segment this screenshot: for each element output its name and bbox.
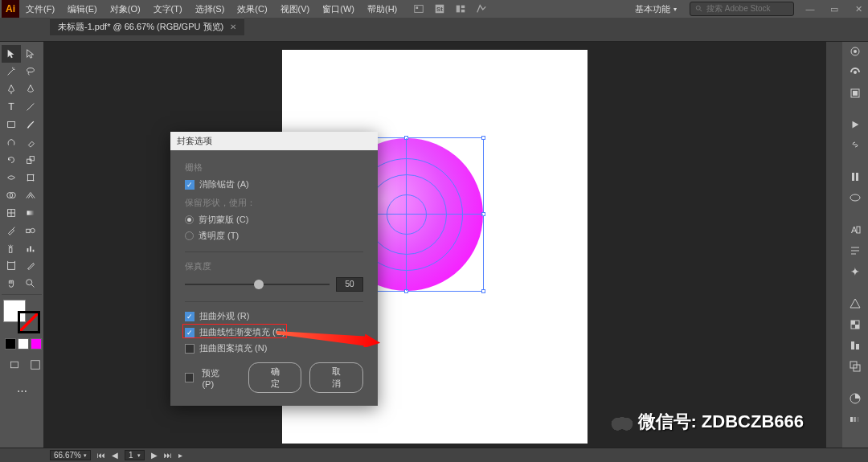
transparency-label: 透明度 (T) (199, 230, 239, 242)
stock-icon[interactable]: St (434, 3, 445, 14)
align-panel-icon[interactable] (848, 339, 862, 352)
column-graph-tool[interactable] (21, 239, 40, 257)
scale-tool[interactable] (21, 151, 40, 169)
arrange-icon[interactable] (455, 3, 466, 14)
shaper-tool[interactable] (2, 133, 21, 151)
search-icon (695, 5, 703, 13)
lasso-tool[interactable] (21, 63, 40, 80)
nav-next-last[interactable]: ⏭ (164, 451, 172, 460)
close-tab-icon[interactable]: ✕ (230, 22, 236, 31)
menu-help[interactable]: 帮助(H) (361, 0, 403, 18)
cancel-button[interactable]: 取消 (309, 362, 363, 393)
resize-handle[interactable] (481, 136, 485, 140)
menu-file[interactable]: 文件(F) (19, 0, 61, 18)
preview-checkbox[interactable] (185, 373, 194, 382)
rotate-tool[interactable] (2, 151, 21, 169)
brushes-panel-icon[interactable] (848, 170, 862, 183)
transparency-radio[interactable] (185, 231, 194, 240)
menu-effect[interactable]: 效果(C) (231, 0, 273, 18)
character-panel-icon[interactable]: A (848, 223, 862, 236)
fidelity-value[interactable]: 50 (336, 277, 363, 292)
stroke-swatch[interactable] (18, 311, 40, 333)
svg-rect-32 (8, 263, 15, 270)
distort-pattern-checkbox[interactable] (185, 344, 194, 354)
svg-rect-44 (853, 91, 858, 96)
eyedropper-tool[interactable] (2, 222, 21, 239)
gradient-mode-swatch[interactable] (31, 338, 42, 350)
artboard-nav[interactable]: 1▾ (125, 450, 145, 460)
magic-wand-tool[interactable] (2, 63, 21, 80)
slice-tool[interactable] (21, 257, 40, 275)
blend-tool[interactable] (21, 222, 40, 239)
nav-next[interactable]: ▶ (151, 451, 158, 460)
menu-window[interactable]: 窗口(W) (316, 0, 361, 18)
svg-rect-13 (27, 159, 31, 163)
hand-tool[interactable] (2, 275, 21, 292)
menu-type[interactable]: 文字(T) (147, 0, 189, 18)
distort-linear-gradient-checkbox[interactable]: ✓ (185, 328, 194, 337)
canvas[interactable]: 封套选项 栅格 ✓ 消除锯齿 (A) 保留形状，使用： 剪切蒙版 (C) 透明度… (43, 42, 826, 448)
minimize-button[interactable]: — (802, 2, 818, 15)
menu-object[interactable]: 对象(O) (104, 0, 147, 18)
zoom-level[interactable]: 66.67%▾ (50, 450, 91, 460)
libraries-panel-icon[interactable] (848, 66, 862, 79)
edit-toolbar-icon[interactable]: ⋯ (12, 382, 31, 399)
zoom-tool[interactable] (21, 275, 40, 292)
mesh-tool[interactable] (2, 204, 21, 222)
layers-panel-icon[interactable] (848, 87, 862, 100)
pathfinder-panel-icon[interactable] (848, 360, 862, 373)
selection-tool[interactable] (2, 45, 21, 63)
perspective-grid-tool[interactable] (21, 186, 40, 204)
symbols-panel-icon[interactable] (848, 191, 862, 204)
svg-point-18 (27, 180, 29, 182)
fidelity-slider[interactable] (185, 284, 330, 285)
rectangle-tool[interactable] (2, 116, 21, 133)
fill-stroke-control[interactable] (3, 300, 40, 333)
gradient-tool[interactable] (21, 204, 40, 222)
shape-builder-tool[interactable] (2, 186, 21, 204)
slider-thumb[interactable] (254, 280, 264, 289)
resize-handle[interactable] (481, 289, 485, 293)
artboard-tool[interactable] (2, 257, 21, 275)
transparency-panel-icon[interactable] (848, 318, 862, 331)
direct-selection-tool[interactable] (21, 45, 40, 63)
bridge-icon[interactable] (413, 3, 424, 14)
menu-view[interactable]: 视图(V) (274, 0, 317, 18)
close-button[interactable]: ✕ (850, 2, 866, 15)
gpu-icon[interactable] (476, 3, 487, 14)
play-icon[interactable] (848, 119, 862, 130)
menu-select[interactable]: 选择(S) (189, 0, 231, 18)
workspace-switcher[interactable]: 基本功能▾ (630, 2, 682, 17)
appearance-panel-icon[interactable] (848, 297, 862, 310)
color-mode-swatch[interactable] (18, 338, 29, 350)
color-mode-swatch[interactable] (5, 338, 16, 350)
color-guide-panel-icon[interactable] (848, 413, 862, 426)
right-dock-collapse[interactable] (826, 42, 842, 448)
screen-mode-full[interactable] (26, 356, 45, 374)
width-tool[interactable] (2, 169, 21, 186)
nav-prev[interactable]: ◀ (112, 451, 118, 460)
antialias-checkbox[interactable]: ✓ (185, 180, 194, 190)
menu-edit[interactable]: 编辑(E) (61, 0, 104, 18)
type-tool[interactable]: T (2, 98, 21, 116)
properties-panel-icon[interactable] (848, 45, 862, 58)
color-panel-icon[interactable] (848, 392, 862, 405)
maximize-button[interactable]: ▭ (826, 2, 842, 15)
swatches-panel-icon[interactable]: ✦ (848, 265, 862, 278)
document-tab[interactable]: 未标题-1.pdf* @ 66.67% (RGB/GPU 预览) ✕ (50, 18, 244, 35)
paintbrush-tool[interactable] (21, 116, 40, 133)
distort-appearance-checkbox[interactable]: ✓ (185, 312, 194, 321)
eraser-tool[interactable] (21, 133, 40, 151)
screen-mode-normal[interactable] (5, 356, 24, 374)
free-transform-tool[interactable] (21, 169, 40, 186)
curvature-tool[interactable] (21, 80, 40, 98)
line-tool[interactable] (21, 98, 40, 116)
pen-tool[interactable] (2, 80, 21, 98)
symbol-sprayer-tool[interactable] (2, 239, 21, 257)
ok-button[interactable]: 确定 (248, 362, 302, 393)
paragraph-panel-icon[interactable] (848, 244, 862, 257)
search-input[interactable]: 搜索 Adobe Stock (690, 2, 794, 16)
nav-prev-first[interactable]: ⏮ (97, 451, 105, 460)
clip-mask-radio[interactable] (185, 215, 194, 224)
link-panel-icon[interactable] (848, 138, 862, 151)
